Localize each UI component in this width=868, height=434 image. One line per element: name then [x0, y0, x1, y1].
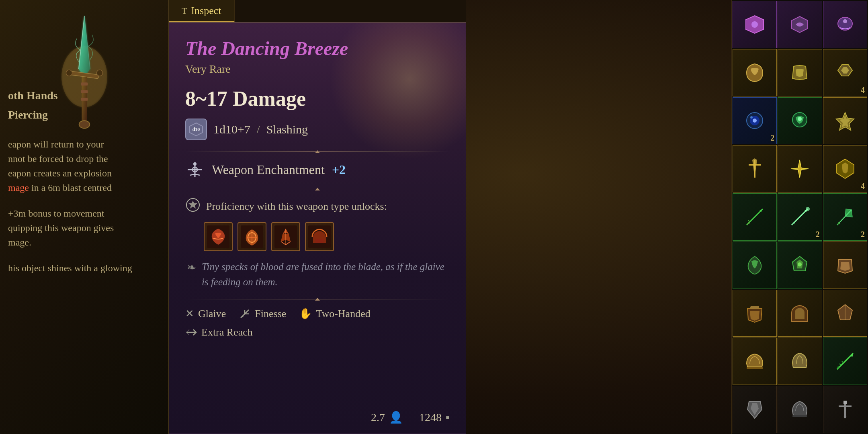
inv-slot-18[interactable] — [823, 242, 867, 289]
svg-line-35 — [748, 220, 750, 222]
proficiency-section: Proficiency with this weapon type unlock… — [185, 197, 450, 251]
inv-icon-17 — [788, 253, 812, 277]
inv-icon-6 — [833, 61, 857, 85]
gold-stat: 1248 ▪ — [419, 411, 450, 424]
inv-slot-27[interactable] — [823, 386, 867, 433]
left-text-content: oth Hands Piercing eapon will return to … — [8, 88, 160, 275]
damage-type: Slashing — [266, 123, 308, 136]
inv-slot-13[interactable] — [733, 193, 777, 241]
inv-slot-15-badge: 2 — [861, 230, 865, 239]
item-card: The Dancing Breeze Very Rare 8~17 Damage… — [169, 23, 466, 434]
inv-icon-16 — [743, 253, 767, 277]
flavor-text: ❧ Tiny specks of blood are fused into th… — [185, 259, 450, 289]
inv-icon-21 — [833, 301, 857, 326]
inv-icon-9 — [833, 108, 857, 133]
svg-point-23 — [751, 21, 758, 28]
inv-slot-2[interactable] — [778, 1, 822, 48]
inv-slot-15[interactable]: 2 — [823, 193, 867, 241]
inv-slot-4[interactable] — [733, 49, 777, 96]
inv-icon-10 — [743, 157, 767, 181]
inv-slot-22[interactable] — [733, 338, 777, 385]
svg-point-24 — [838, 17, 852, 30]
inv-slot-16[interactable] — [733, 242, 777, 289]
ability-icon-3 — [271, 222, 300, 251]
weight-icon: 👤 — [389, 411, 403, 424]
property-two-handed: ✋ Two-Handed — [299, 307, 370, 320]
ability-icon-4 — [305, 222, 334, 251]
svg-point-29 — [750, 116, 753, 119]
inv-icon-27 — [833, 397, 857, 422]
tab-icon: T — [182, 6, 187, 16]
enchantment-row: Weapon Enchantment +2 — [185, 160, 450, 179]
prof-icon — [185, 197, 201, 216]
inv-slot-17[interactable] — [778, 242, 822, 289]
inv-slot-19[interactable] — [733, 290, 777, 337]
inv-slot-20[interactable] — [778, 290, 822, 337]
enchant-icon — [185, 160, 205, 179]
svg-point-1 — [66, 70, 72, 76]
inspect-tab[interactable]: T Inspect — [169, 0, 235, 22]
properties-row-1: ✕ Glaive Finesse ✋ Two-Handed — [185, 307, 450, 320]
inv-slot-12-badge: 4 — [861, 182, 865, 191]
divider-1 — [185, 151, 450, 152]
svg-point-13 — [193, 162, 197, 166]
properties-row-2: Extra Reach — [185, 326, 450, 338]
inv-icon-19 — [743, 301, 767, 326]
tab-label: Inspect — [191, 5, 221, 17]
svg-line-44 — [842, 361, 843, 363]
slash-icon: / — [257, 123, 260, 136]
svg-rect-45 — [792, 415, 807, 417]
flavor-italic-text: Tiny specks of blood are fused into the … — [202, 259, 448, 289]
svg-point-39 — [798, 262, 802, 266]
inv-slot-9[interactable] — [823, 97, 867, 145]
inv-icon-3 — [833, 12, 857, 37]
item-rarity: Very Rare — [185, 63, 450, 76]
inv-slot-21[interactable] — [823, 290, 867, 337]
inv-icon-23 — [788, 349, 812, 373]
prof-header: Proficiency with this weapon type unlock… — [185, 197, 450, 216]
inv-icon-26 — [788, 397, 812, 422]
inv-slot-24[interactable] — [823, 338, 867, 385]
inv-icon-7 — [743, 108, 767, 133]
finesse-icon — [239, 308, 251, 320]
inv-slot-6[interactable]: 4 — [823, 49, 867, 96]
inv-icon-20 — [788, 301, 812, 326]
inv-icon-11 — [788, 157, 812, 181]
inv-slot-14-badge: 2 — [816, 230, 820, 239]
svg-point-2 — [96, 70, 102, 76]
inv-icon-25 — [743, 397, 767, 422]
glaive-icon: ✕ — [185, 307, 194, 320]
divider-2 — [185, 189, 450, 189]
left-grip-label: oth Hands — [8, 88, 160, 103]
inv-slot-7[interactable]: 2 — [733, 97, 777, 145]
inspect-panel: T Inspect The Dancing Breeze Very Rare 8… — [169, 0, 466, 434]
inv-slot-14[interactable]: 2 — [778, 193, 822, 241]
svg-point-25 — [843, 19, 847, 23]
two-handed-label: Two-Handed — [316, 308, 370, 320]
property-extra-reach: Extra Reach — [185, 326, 253, 338]
svg-point-28 — [753, 119, 757, 123]
left-description-3: his object shines with a glowing — [8, 261, 160, 275]
dice-value: 1d10+7 — [213, 123, 250, 136]
inv-slot-8[interactable] — [778, 97, 822, 145]
inv-slot-25[interactable] — [733, 386, 777, 433]
left-piercing-label: Piercing — [8, 108, 160, 122]
inv-slot-23[interactable] — [778, 338, 822, 385]
ability-icons — [204, 222, 450, 251]
inv-slot-10[interactable] — [733, 145, 777, 192]
inv-slot-12[interactable]: 4 — [823, 145, 867, 192]
ability-icon-2 — [237, 222, 266, 251]
inv-slot-1[interactable] — [733, 1, 777, 48]
inv-icon-18 — [833, 253, 857, 277]
inv-slot-11[interactable] — [778, 145, 822, 192]
svg-rect-4 — [81, 82, 88, 86]
enchant-bonus: +2 — [332, 162, 346, 177]
inv-slot-3[interactable] — [823, 1, 867, 48]
left-description-1: eapon will return to yournnot be forced … — [8, 137, 160, 195]
svg-text:d10: d10 — [192, 127, 200, 132]
left-panel: oth Hands Piercing eapon will return to … — [0, 0, 169, 434]
left-description-2: +3m bonus to movementquipping this weapo… — [8, 206, 160, 250]
item-name: The Dancing Breeze — [185, 37, 450, 59]
inv-slot-5[interactable] — [778, 49, 822, 96]
inv-slot-26[interactable] — [778, 386, 822, 433]
